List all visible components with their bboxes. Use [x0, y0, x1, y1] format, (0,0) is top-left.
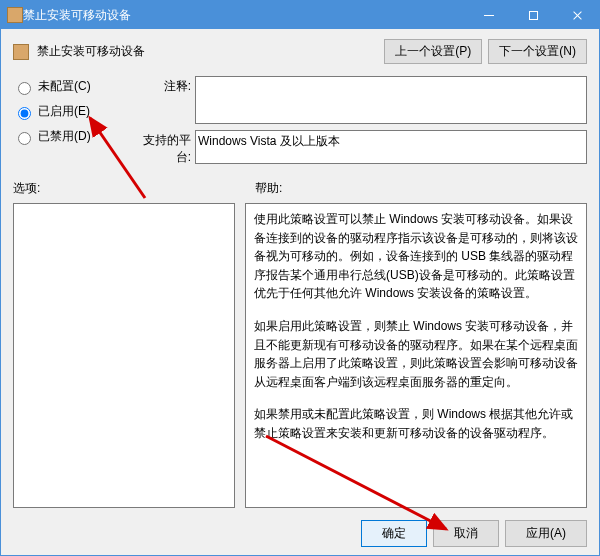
platform-textarea — [195, 130, 587, 164]
radio-disabled-input[interactable] — [18, 132, 31, 145]
footer: 确定 取消 应用(A) — [13, 514, 587, 547]
titlebar: 禁止安装可移动设备 — [1, 1, 599, 29]
radio-disabled[interactable]: 已禁用(D) — [13, 128, 123, 145]
options-box[interactable] — [13, 203, 235, 508]
help-box[interactable]: 使用此策略设置可以禁止 Windows 安装可移动设备。如果设备连接到的设备的驱… — [245, 203, 587, 508]
radio-not-configured[interactable]: 未配置(C) — [13, 78, 123, 95]
state-radios: 未配置(C) 已启用(E) 已禁用(D) — [13, 76, 123, 166]
maximize-icon — [529, 11, 538, 20]
config-row: 未配置(C) 已启用(E) 已禁用(D) 注释: 支持的平台: — [13, 76, 587, 166]
maximize-button[interactable] — [511, 1, 555, 29]
help-label: 帮助: — [255, 180, 282, 197]
comment-textarea[interactable] — [195, 76, 587, 124]
minimize-button[interactable] — [467, 1, 511, 29]
radio-enabled[interactable]: 已启用(E) — [13, 103, 123, 120]
radio-enabled-input[interactable] — [18, 107, 31, 120]
cancel-button[interactable]: 取消 — [433, 520, 499, 547]
window-title: 禁止安装可移动设备 — [23, 7, 467, 24]
platform-label: 支持的平台: — [131, 130, 191, 166]
close-icon — [572, 10, 583, 21]
radio-disabled-label: 已禁用(D) — [38, 128, 91, 145]
minimize-icon — [484, 15, 494, 16]
next-setting-button[interactable]: 下一个设置(N) — [488, 39, 587, 64]
content-area: 禁止安装可移动设备 上一个设置(P) 下一个设置(N) 未配置(C) 已启用(E… — [1, 29, 599, 555]
dialog-window: 禁止安装可移动设备 禁止安装可移动设备 上一个设置(P) 下一个设置(N) 未配… — [0, 0, 600, 556]
help-paragraph: 如果启用此策略设置，则禁止 Windows 安装可移动设备，并且不能更新现有可移… — [254, 317, 578, 391]
help-paragraph: 如果禁用或未配置此策略设置，则 Windows 根据其他允许或禁止策略设置来安装… — [254, 405, 578, 442]
radio-not-configured-label: 未配置(C) — [38, 78, 91, 95]
header-row: 禁止安装可移动设备 上一个设置(P) 下一个设置(N) — [13, 39, 587, 64]
ok-button[interactable]: 确定 — [361, 520, 427, 547]
apply-button[interactable]: 应用(A) — [505, 520, 587, 547]
help-paragraph: 使用此策略设置可以禁止 Windows 安装可移动设备。如果设备连接到的设备的驱… — [254, 210, 578, 303]
comment-label: 注释: — [131, 76, 191, 95]
policy-icon — [13, 44, 29, 60]
close-button[interactable] — [555, 1, 599, 29]
app-icon — [7, 7, 23, 23]
radio-not-configured-input[interactable] — [18, 82, 31, 95]
radio-enabled-label: 已启用(E) — [38, 103, 90, 120]
prev-setting-button[interactable]: 上一个设置(P) — [384, 39, 482, 64]
options-label: 选项: — [13, 180, 245, 197]
policy-title: 禁止安装可移动设备 — [37, 43, 376, 60]
